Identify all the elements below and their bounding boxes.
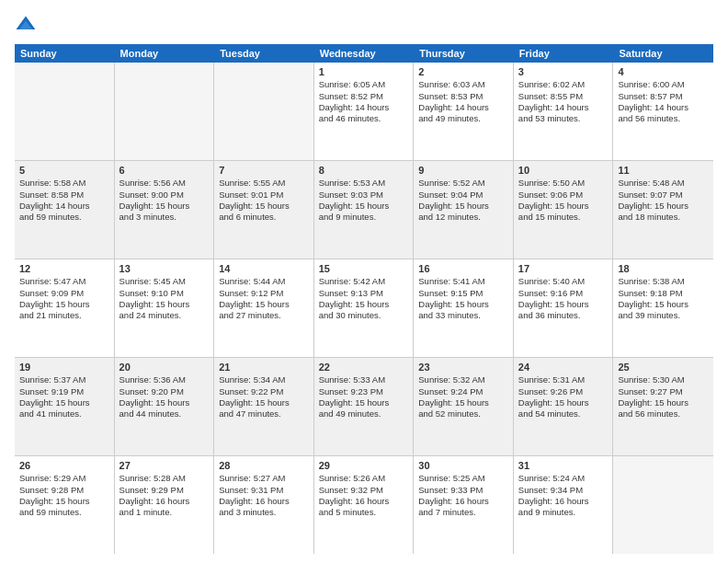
header-day-sunday: Sunday <box>15 44 115 63</box>
day-cell-24: 24Sunrise: 5:31 AM Sunset: 9:26 PM Dayli… <box>514 358 614 455</box>
day-cell-16: 16Sunrise: 5:41 AM Sunset: 9:15 PM Dayli… <box>414 259 514 357</box>
calendar-row-3: 12Sunrise: 5:47 AM Sunset: 9:09 PM Dayli… <box>15 259 713 358</box>
day-info: Sunrise: 6:00 AM Sunset: 8:57 PM Dayligh… <box>618 79 688 123</box>
day-cell-4: 4Sunrise: 6:00 AM Sunset: 8:57 PM Daylig… <box>613 63 713 160</box>
day-cell-28: 28Sunrise: 5:27 AM Sunset: 9:31 PM Dayli… <box>214 456 314 554</box>
day-cell-30: 30Sunrise: 5:25 AM Sunset: 9:33 PM Dayli… <box>414 456 514 554</box>
day-info: Sunrise: 5:58 AM Sunset: 8:58 PM Dayligh… <box>19 178 90 222</box>
day-number: 9 <box>418 164 508 177</box>
day-info: Sunrise: 5:55 AM Sunset: 9:01 PM Dayligh… <box>219 178 290 222</box>
day-number: 17 <box>518 262 609 275</box>
empty-cell <box>214 63 314 160</box>
day-number: 13 <box>119 262 210 275</box>
calendar-row-1: 1Sunrise: 6:05 AM Sunset: 8:52 PM Daylig… <box>15 63 713 161</box>
calendar-header: SundayMondayTuesdayWednesdayThursdayFrid… <box>15 44 713 63</box>
day-number: 7 <box>219 164 309 177</box>
day-number: 1 <box>319 65 409 78</box>
day-number: 26 <box>19 459 109 472</box>
day-number: 31 <box>518 459 609 472</box>
day-number: 21 <box>219 361 309 373</box>
header-day-monday: Monday <box>115 44 215 63</box>
calendar: SundayMondayTuesdayWednesdayThursdayFrid… <box>15 44 713 554</box>
day-info: Sunrise: 5:53 AM Sunset: 9:03 PM Dayligh… <box>319 178 390 222</box>
day-info: Sunrise: 5:50 AM Sunset: 9:06 PM Dayligh… <box>518 178 589 222</box>
day-info: Sunrise: 6:05 AM Sunset: 8:52 PM Dayligh… <box>319 79 390 123</box>
day-cell-22: 22Sunrise: 5:33 AM Sunset: 9:23 PM Dayli… <box>314 358 415 455</box>
day-info: Sunrise: 5:38 AM Sunset: 9:18 PM Dayligh… <box>618 276 688 320</box>
day-info: Sunrise: 5:28 AM Sunset: 9:29 PM Dayligh… <box>119 473 190 517</box>
empty-cell <box>15 63 115 160</box>
day-number: 30 <box>418 459 508 472</box>
header <box>15 15 713 37</box>
day-number: 29 <box>319 459 409 472</box>
day-cell-23: 23Sunrise: 5:32 AM Sunset: 9:24 PM Dayli… <box>414 358 514 455</box>
day-info: Sunrise: 5:41 AM Sunset: 9:15 PM Dayligh… <box>418 276 489 320</box>
empty-cell <box>115 63 215 160</box>
day-info: Sunrise: 5:56 AM Sunset: 9:00 PM Dayligh… <box>119 178 190 222</box>
day-number: 19 <box>19 361 109 373</box>
day-number: 27 <box>119 459 210 472</box>
day-cell-12: 12Sunrise: 5:47 AM Sunset: 9:09 PM Dayli… <box>15 259 115 357</box>
day-number: 3 <box>518 65 609 78</box>
day-number: 24 <box>518 361 609 373</box>
day-info: Sunrise: 5:37 AM Sunset: 9:19 PM Dayligh… <box>19 374 90 419</box>
day-cell-5: 5Sunrise: 5:58 AM Sunset: 8:58 PM Daylig… <box>15 161 115 259</box>
logo-icon <box>15 15 37 37</box>
day-info: Sunrise: 5:31 AM Sunset: 9:26 PM Dayligh… <box>518 374 589 419</box>
day-cell-7: 7Sunrise: 5:55 AM Sunset: 9:01 PM Daylig… <box>214 161 314 259</box>
day-cell-27: 27Sunrise: 5:28 AM Sunset: 9:29 PM Dayli… <box>115 456 215 554</box>
day-number: 2 <box>418 65 508 78</box>
day-cell-19: 19Sunrise: 5:37 AM Sunset: 9:19 PM Dayli… <box>15 358 115 455</box>
day-info: Sunrise: 5:42 AM Sunset: 9:13 PM Dayligh… <box>319 276 390 320</box>
day-number: 16 <box>418 262 508 275</box>
empty-cell <box>613 456 713 554</box>
page: SundayMondayTuesdayWednesdayThursdayFrid… <box>0 0 728 563</box>
day-number: 6 <box>119 164 210 177</box>
day-number: 20 <box>119 361 210 373</box>
day-number: 14 <box>219 262 309 275</box>
day-info: Sunrise: 5:34 AM Sunset: 9:22 PM Dayligh… <box>219 374 290 419</box>
day-cell-18: 18Sunrise: 5:38 AM Sunset: 9:18 PM Dayli… <box>613 259 713 357</box>
header-day-saturday: Saturday <box>613 44 713 63</box>
day-number: 25 <box>618 361 709 373</box>
day-number: 10 <box>518 164 609 177</box>
day-number: 28 <box>219 459 309 472</box>
day-cell-9: 9Sunrise: 5:52 AM Sunset: 9:04 PM Daylig… <box>414 161 514 259</box>
day-info: Sunrise: 5:30 AM Sunset: 9:27 PM Dayligh… <box>618 374 688 419</box>
day-info: Sunrise: 5:25 AM Sunset: 9:33 PM Dayligh… <box>418 473 489 517</box>
day-number: 15 <box>319 262 409 275</box>
day-info: Sunrise: 5:24 AM Sunset: 9:34 PM Dayligh… <box>518 473 589 517</box>
header-day-tuesday: Tuesday <box>214 44 314 63</box>
day-number: 22 <box>319 361 409 373</box>
day-cell-29: 29Sunrise: 5:26 AM Sunset: 9:32 PM Dayli… <box>314 456 415 554</box>
day-info: Sunrise: 5:44 AM Sunset: 9:12 PM Dayligh… <box>219 276 290 320</box>
day-cell-31: 31Sunrise: 5:24 AM Sunset: 9:34 PM Dayli… <box>514 456 614 554</box>
day-number: 23 <box>418 361 508 373</box>
day-cell-15: 15Sunrise: 5:42 AM Sunset: 9:13 PM Dayli… <box>314 259 415 357</box>
day-cell-3: 3Sunrise: 6:02 AM Sunset: 8:55 PM Daylig… <box>514 63 614 160</box>
header-day-thursday: Thursday <box>414 44 514 63</box>
day-number: 5 <box>19 164 109 177</box>
day-info: Sunrise: 5:52 AM Sunset: 9:04 PM Dayligh… <box>418 178 489 222</box>
calendar-row-5: 26Sunrise: 5:29 AM Sunset: 9:28 PM Dayli… <box>15 456 713 554</box>
day-cell-13: 13Sunrise: 5:45 AM Sunset: 9:10 PM Dayli… <box>115 259 215 357</box>
logo <box>15 15 40 37</box>
day-cell-14: 14Sunrise: 5:44 AM Sunset: 9:12 PM Dayli… <box>214 259 314 357</box>
day-cell-21: 21Sunrise: 5:34 AM Sunset: 9:22 PM Dayli… <box>214 358 314 455</box>
day-number: 8 <box>319 164 409 177</box>
day-number: 12 <box>19 262 109 275</box>
day-cell-20: 20Sunrise: 5:36 AM Sunset: 9:20 PM Dayli… <box>115 358 215 455</box>
day-info: Sunrise: 5:26 AM Sunset: 9:32 PM Dayligh… <box>319 473 390 517</box>
day-info: Sunrise: 5:33 AM Sunset: 9:23 PM Dayligh… <box>319 374 390 419</box>
day-number: 18 <box>618 262 709 275</box>
header-day-wednesday: Wednesday <box>314 44 415 63</box>
calendar-body: 1Sunrise: 6:05 AM Sunset: 8:52 PM Daylig… <box>15 63 713 554</box>
day-info: Sunrise: 5:48 AM Sunset: 9:07 PM Dayligh… <box>618 178 688 222</box>
day-cell-17: 17Sunrise: 5:40 AM Sunset: 9:16 PM Dayli… <box>514 259 614 357</box>
day-info: Sunrise: 6:03 AM Sunset: 8:53 PM Dayligh… <box>418 79 489 123</box>
day-info: Sunrise: 5:47 AM Sunset: 9:09 PM Dayligh… <box>19 276 90 320</box>
day-number: 11 <box>618 164 709 177</box>
day-cell-26: 26Sunrise: 5:29 AM Sunset: 9:28 PM Dayli… <box>15 456 115 554</box>
calendar-row-2: 5Sunrise: 5:58 AM Sunset: 8:58 PM Daylig… <box>15 161 713 259</box>
day-info: Sunrise: 5:45 AM Sunset: 9:10 PM Dayligh… <box>119 276 190 320</box>
